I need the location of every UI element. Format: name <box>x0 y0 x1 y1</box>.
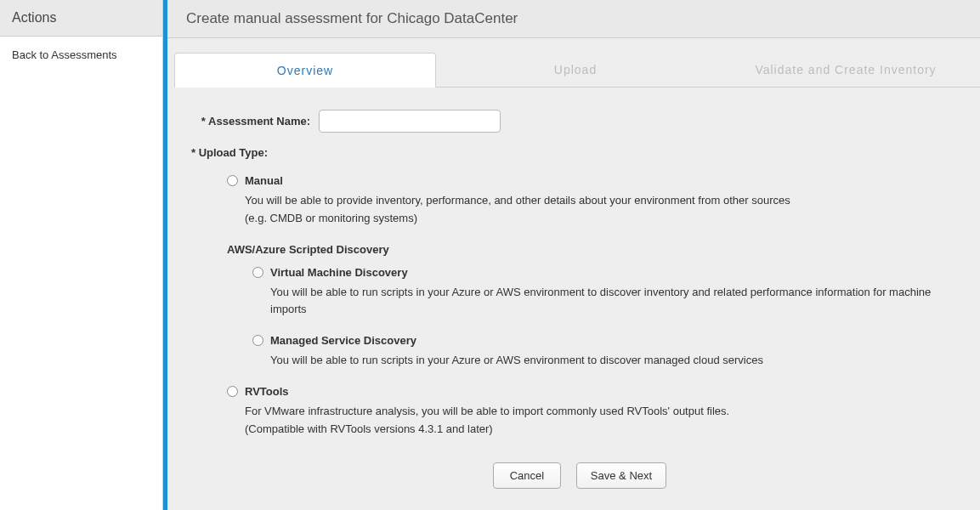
option-rvtools: RVTools For VMware infrastructure analys… <box>227 385 968 439</box>
page-title: Create manual assessment for Chicago Dat… <box>167 0 980 38</box>
option-vm-discovery: Virtual Machine Discovery You will be ab… <box>252 266 968 320</box>
rvtools-title: RVTools <box>245 385 289 398</box>
tab-validate: Validate and Create Inventory <box>715 52 977 87</box>
managed-discovery-radio[interactable] <box>252 335 263 346</box>
save-next-button[interactable]: Save & Next <box>576 462 666 489</box>
main-area: Create manual assessment for Chicago Dat… <box>167 0 980 510</box>
scripted-discovery-heading: AWS/Azure Scripted Discovery <box>227 243 968 256</box>
manual-desc-1: You will be able to provide inventory, p… <box>245 192 968 210</box>
vm-discovery-title: Virtual Machine Discovery <box>270 266 408 279</box>
form-area: * Assessment Name: * Upload Type: Manual… <box>167 88 980 489</box>
upload-type-label: * Upload Type: <box>191 146 968 159</box>
assessment-name-label: * Assessment Name: <box>191 115 319 128</box>
vm-discovery-desc: You will be able to run scripts in your … <box>270 284 968 320</box>
sidebar: Actions Back to Assessments <box>0 0 163 510</box>
managed-discovery-title: Managed Service Discovery <box>270 334 416 347</box>
managed-discovery-desc: You will be able to run scripts in your … <box>270 352 968 370</box>
manual-radio[interactable] <box>227 175 238 186</box>
assessment-name-input[interactable] <box>319 110 501 133</box>
back-to-assessments-link[interactable]: Back to Assessments <box>12 48 150 61</box>
rvtools-radio[interactable] <box>227 386 238 397</box>
option-manual: Manual You will be able to provide inven… <box>227 174 968 228</box>
tab-upload: Upload <box>445 52 706 87</box>
vm-discovery-radio[interactable] <box>252 267 263 278</box>
sidebar-title: Actions <box>0 0 162 37</box>
option-managed-discovery: Managed Service Discovery You will be ab… <box>252 334 968 370</box>
manual-title: Manual <box>245 174 283 187</box>
tab-overview[interactable]: Overview <box>174 53 436 88</box>
cancel-button[interactable]: Cancel <box>493 462 561 489</box>
manual-desc-2: (e.g. CMDB or monitoring systems) <box>245 210 968 228</box>
tabs: Overview Upload Validate and Create Inve… <box>174 52 980 88</box>
rvtools-desc-2: (Compatible with RVTools versions 4.3.1 … <box>245 421 968 439</box>
rvtools-desc-1: For VMware infrastructure analysis, you … <box>245 403 968 421</box>
